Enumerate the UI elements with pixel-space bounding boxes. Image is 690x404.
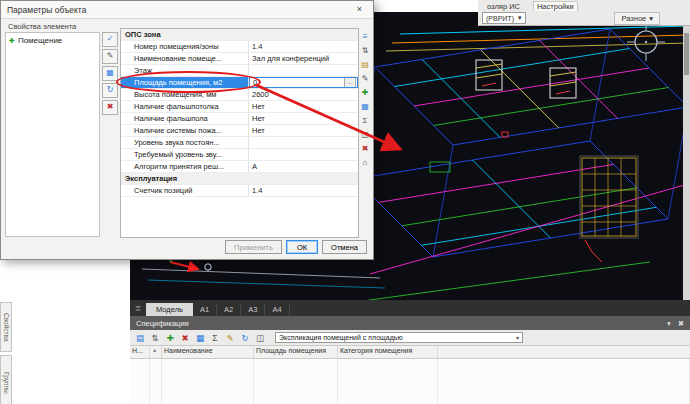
- area-value-input[interactable]: 0 …: [249, 77, 358, 88]
- specification-table-body: [130, 359, 690, 404]
- document-tab-bar: ≣ Модель А1 А2 А3 А4: [130, 300, 690, 316]
- refresh-icon[interactable]: ↻: [239, 332, 251, 344]
- element-properties-label: Свойства элемента: [8, 22, 76, 31]
- tab-sheet-a3[interactable]: А3: [241, 303, 265, 316]
- ribbon-group-row: (РВРИТ) ▾ Разное ▾: [478, 12, 690, 24]
- specification-template-combo[interactable]: Экспликация помещений с площадью ▾: [275, 332, 523, 343]
- apply-check-icon[interactable]: ✓: [102, 32, 118, 47]
- side-tab-properties[interactable]: Свойства: [0, 302, 12, 352]
- specification-title: Спецификация: [136, 319, 189, 328]
- prop-row-floor[interactable]: Этаж: [121, 65, 358, 77]
- ribbon-tab-fragment[interactable]: озляр ИС: [484, 2, 523, 11]
- chevron-down-icon: ▾: [516, 334, 519, 341]
- specification-panel-header: Спецификация ▾ ✖: [130, 316, 690, 330]
- object-parameters-dialog: Параметры объекта × Свойства элемента ✚ …: [0, 0, 374, 260]
- prop-row-room-area[interactable]: Площадь помещения, м2 0 …: [121, 77, 358, 89]
- left-side-tabs: Свойства Группы: [0, 302, 12, 404]
- specification-column-headers: Н... ▲ Наименование Площадь помещения Ка…: [130, 346, 690, 359]
- column-area[interactable]: Площадь помещения: [254, 346, 338, 358]
- edit-icon[interactable]: ✎: [102, 49, 118, 64]
- prop-row-room-name[interactable]: Наименование помеще... Зал для конференц…: [121, 53, 358, 65]
- cad-vertical-scrollbar[interactable]: [683, 25, 690, 301]
- side-tab-groups[interactable]: Группы: [0, 355, 12, 404]
- home-icon[interactable]: ⌂: [359, 157, 371, 168]
- add-icon[interactable]: ✚: [359, 87, 371, 98]
- tab-sheet-a2[interactable]: А2: [217, 303, 241, 316]
- tab-sheet-a4[interactable]: А4: [265, 303, 289, 316]
- split-icon[interactable]: ◫: [359, 129, 371, 140]
- table-icon[interactable]: ▦: [194, 332, 206, 344]
- plus-icon: ✚: [9, 37, 15, 45]
- apply-button[interactable]: Применить: [225, 240, 282, 254]
- prop-row-room-number[interactable]: Номер помещения/зоны 1.4: [121, 41, 358, 53]
- delete-icon[interactable]: ✖: [102, 100, 118, 115]
- sort-icon[interactable]: ⇅: [149, 332, 161, 344]
- layout-icon[interactable]: ▤: [134, 332, 146, 344]
- add-row-icon[interactable]: ✚: [164, 332, 176, 344]
- dialog-mini-toolbar: ✓ ✎ ▦ ↻ ✖: [102, 32, 118, 115]
- chevron-down-icon: ▾: [649, 14, 653, 23]
- element-tree: ✚ Помещение: [5, 32, 100, 237]
- close-icon[interactable]: ✖: [678, 319, 684, 328]
- property-grid: ОПС зона Номер помещения/зоны 1.4 Наимен…: [120, 28, 359, 238]
- prop-row-required-sound[interactable]: Требуемый уровень зву...: [121, 149, 358, 161]
- prop-row-false-ceiling[interactable]: Наличие фальшпотолка Нет: [121, 101, 358, 113]
- column-category[interactable]: Категория помещения: [338, 346, 438, 358]
- list-icon[interactable]: ≡: [359, 31, 371, 42]
- refresh-icon[interactable]: ↻: [102, 83, 118, 98]
- remove-icon[interactable]: ✖: [359, 143, 371, 154]
- prop-row-fire-system[interactable]: Наличие системы пожа... Нет: [121, 125, 358, 137]
- section-label: ОПС зона: [121, 29, 249, 40]
- edit-icon[interactable]: ✎: [359, 73, 371, 84]
- dialog-right-toolbar: ≡ ⇅ ▤ ✎ ✚ ▦ Σ ◫ ✖ ⌂: [359, 31, 371, 168]
- dialog-title-bar[interactable]: Параметры объекта ×: [1, 1, 373, 19]
- split-icon[interactable]: ◫: [254, 332, 266, 344]
- ribbon-group-label: Разное: [621, 14, 646, 23]
- column-filler: [438, 346, 690, 358]
- tree-item-room[interactable]: ✚ Помещение: [6, 33, 99, 48]
- scrollbar-thumb[interactable]: [684, 33, 689, 75]
- sort-icon[interactable]: ⇅: [359, 45, 371, 56]
- ribbon-tab-settings[interactable]: Настройки: [533, 1, 578, 11]
- ribbon-group-misc[interactable]: Разное ▾: [614, 12, 660, 25]
- tab-sheet-a1[interactable]: А1: [193, 303, 217, 316]
- tree-item-label: Помещение: [18, 36, 62, 45]
- sort-triangle-icon[interactable]: ▲: [150, 346, 162, 358]
- sum-icon[interactable]: Σ: [209, 332, 221, 344]
- prop-section-ops-zone[interactable]: ОПС зона: [121, 29, 358, 41]
- category-icon[interactable]: ▤: [359, 59, 371, 70]
- ribbon-tab-row: озляр ИС Настройки: [478, 0, 690, 12]
- app-root: x озляр ИС Настройки (РВРИТ) ▾ Разное ▾ …: [0, 0, 690, 404]
- column-name[interactable]: Наименование: [162, 346, 254, 358]
- section-label: Эксплуатация: [121, 173, 249, 184]
- cancel-button[interactable]: Отмена: [322, 240, 367, 254]
- prop-row-false-floor[interactable]: Наличие фальшпола Нет: [121, 113, 358, 125]
- column-number[interactable]: Н...: [130, 346, 150, 358]
- chevron-down-icon: ▾: [518, 14, 522, 22]
- ribbon-combo[interactable]: (РВРИТ) ▾: [482, 12, 526, 24]
- ribbon-combo-value: (РВРИТ): [486, 15, 514, 22]
- prop-row-position-counter[interactable]: Счетчик позиций 1.4: [121, 185, 358, 197]
- prop-section-exploitation[interactable]: Эксплуатация: [121, 173, 358, 185]
- sum-icon[interactable]: Σ: [359, 115, 371, 126]
- more-button[interactable]: …: [344, 77, 356, 88]
- prop-row-decision-algorithm[interactable]: Алгоритм принятия реш... А: [121, 161, 358, 173]
- table-icon[interactable]: ▦: [102, 66, 118, 81]
- tab-model[interactable]: Модель: [146, 303, 193, 316]
- ribbon-fragment: озляр ИС Настройки (РВРИТ) ▾ Разное ▾: [478, 0, 690, 26]
- dialog-title: Параметры объекта: [7, 5, 86, 15]
- collapse-icon[interactable]: ▾: [667, 319, 671, 328]
- grid-icon[interactable]: ▦: [359, 101, 371, 112]
- combo-value: Экспликация помещений с площадью: [279, 334, 403, 341]
- tab-menu-icon[interactable]: ≣: [130, 302, 146, 316]
- edit-icon[interactable]: ✎: [224, 332, 236, 344]
- dialog-button-row: Применить ОК Отмена: [1, 240, 367, 254]
- ok-button[interactable]: ОК: [286, 240, 318, 254]
- prop-row-room-height[interactable]: Высота помещения, мм 2600: [121, 89, 358, 101]
- delete-row-icon[interactable]: ✖: [179, 332, 191, 344]
- prop-row-sound-level[interactable]: Уровень звука постоян...: [121, 137, 358, 149]
- specification-toolbar: ▤ ⇅ ✚ ✖ ▦ Σ ✎ ↻ ◫ Экспликация помещений …: [130, 330, 690, 346]
- close-icon[interactable]: ×: [352, 3, 367, 16]
